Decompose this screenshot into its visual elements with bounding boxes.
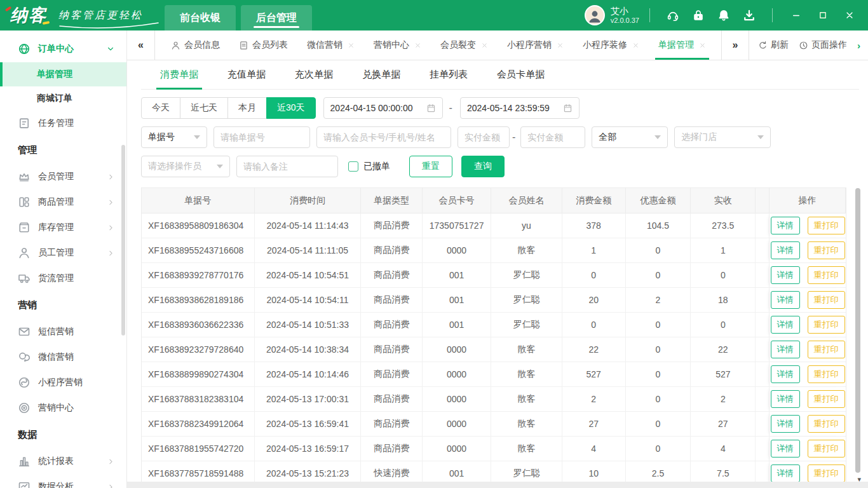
- sidebar-group-订单中心[interactable]: 订单中心: [0, 36, 126, 62]
- sidebar-item-短信营销[interactable]: 短信营销: [0, 319, 126, 344]
- reprint-button[interactable]: 重打印: [808, 266, 845, 284]
- reprint-button[interactable]: 重打印: [808, 291, 845, 309]
- quick-range-button[interactable]: 近30天: [266, 97, 316, 119]
- detail-button[interactable]: 详情: [771, 291, 800, 309]
- sidebar-item-库存管理[interactable]: 库存管理: [0, 215, 126, 240]
- bell-icon[interactable]: [711, 9, 736, 22]
- sidebar-subitem-商城订单[interactable]: 商城订单: [0, 86, 126, 111]
- calendar-icon: [426, 104, 436, 113]
- table-row: XF168389386281891862024-05-14 10:54:11商品…: [142, 288, 846, 313]
- sidebar-item-货流管理[interactable]: 货流管理: [0, 266, 126, 291]
- tab-close-icon[interactable]: [557, 42, 564, 49]
- user-info[interactable]: 艾小 v2.0.0.37: [585, 5, 639, 25]
- reprint-button[interactable]: 重打印: [808, 390, 845, 408]
- sidebar-item-label: 短信营销: [38, 326, 74, 337]
- workspace-tab[interactable]: 营销中心: [364, 30, 431, 60]
- store-select[interactable]: 选择门店: [674, 126, 771, 148]
- reset-button[interactable]: 重置: [409, 156, 452, 177]
- header-nav-tab[interactable]: 前台收银: [165, 5, 236, 30]
- workspace-tab[interactable]: 单据管理: [649, 30, 715, 60]
- download-icon[interactable]: [736, 9, 762, 22]
- workspace-tab[interactable]: 会员列表: [229, 30, 297, 60]
- sidebar-item-商品管理[interactable]: 商品管理: [0, 189, 126, 215]
- workspace-tab[interactable]: 小程序装修: [573, 30, 649, 60]
- subtab-挂单列表[interactable]: 挂单列表: [430, 60, 468, 89]
- workspace-tab[interactable]: 微信营销: [297, 30, 364, 60]
- horizontal-scrollbar-track[interactable]: [127, 482, 868, 488]
- detail-button[interactable]: 详情: [771, 217, 800, 234]
- reprint-button[interactable]: 重打印: [808, 241, 845, 259]
- remark-input[interactable]: [236, 156, 338, 177]
- refresh-button[interactable]: 刷新: [758, 39, 789, 51]
- sidebar-item-统计报表[interactable]: 统计报表: [0, 449, 126, 474]
- service-icon[interactable]: [660, 9, 686, 22]
- detail-button[interactable]: 详情: [771, 415, 800, 433]
- tab-close-icon[interactable]: [481, 42, 488, 49]
- vertical-scrollbar[interactable]: [855, 188, 860, 473]
- reprint-button[interactable]: 重打印: [808, 217, 845, 234]
- subtab-消费单据[interactable]: 消费单据: [160, 60, 198, 89]
- tab-close-icon[interactable]: [348, 42, 355, 49]
- reprint-button[interactable]: 重打印: [808, 415, 845, 433]
- clock-icon: [799, 41, 808, 50]
- page-operations-button[interactable]: 页面操作: [799, 39, 847, 51]
- detail-button[interactable]: 详情: [771, 266, 800, 284]
- chevron-right-icon[interactable]: ›: [857, 40, 860, 51]
- detail-button[interactable]: 详情: [771, 365, 800, 383]
- detail-button[interactable]: 详情: [771, 241, 800, 259]
- tabs-expand-button[interactable]: »: [721, 30, 749, 60]
- detail-button[interactable]: 详情: [771, 440, 800, 458]
- reprint-button[interactable]: 重打印: [808, 341, 845, 358]
- subtab-充值单据[interactable]: 充值单据: [227, 60, 266, 89]
- search-button[interactable]: 查询: [461, 156, 505, 177]
- lock-icon[interactable]: [686, 9, 711, 22]
- reprint-button[interactable]: 重打印: [808, 440, 845, 458]
- amount-max-input[interactable]: [520, 126, 585, 148]
- amount-min-input[interactable]: [458, 126, 510, 148]
- reprint-button[interactable]: 重打印: [808, 365, 845, 383]
- quick-range-button[interactable]: 近七天: [180, 97, 228, 119]
- chevron-down-icon: [217, 165, 223, 168]
- member-search-input[interactable]: [316, 126, 451, 148]
- reprint-button[interactable]: 重打印: [808, 464, 845, 482]
- sidebar-item-会员管理[interactable]: 会员管理: [0, 164, 126, 189]
- close-button[interactable]: [836, 11, 863, 20]
- sidebar-item-任务管理[interactable]: 任务管理: [0, 111, 126, 136]
- sidebar-subitem-单据管理[interactable]: 单据管理: [0, 62, 126, 86]
- sidebar-item-小程序营销[interactable]: 小程序营销: [0, 370, 126, 395]
- tab-close-icon[interactable]: [632, 42, 639, 49]
- bill-subtabs: 消费单据充值单据充次单据兑换单据挂单列表会员卡单据: [141, 60, 859, 90]
- sidebar-item-员工管理[interactable]: 员工管理: [0, 240, 126, 266]
- cancelled-checkbox[interactable]: [348, 161, 358, 172]
- workspace-tab[interactable]: 小程序营销: [498, 30, 573, 60]
- sidebar-item-营销中心[interactable]: 营销中心: [0, 395, 126, 421]
- subtab-兑换单据[interactable]: 兑换单据: [362, 60, 400, 89]
- workspace-tab[interactable]: 会员信息: [161, 30, 229, 60]
- bill-no-input[interactable]: [214, 126, 310, 148]
- sidebar-item-数据分析[interactable]: 数据分析: [0, 474, 126, 488]
- detail-button[interactable]: 详情: [771, 341, 800, 358]
- tab-close-icon[interactable]: [414, 42, 421, 49]
- minimize-button[interactable]: [783, 11, 810, 20]
- sidebar-scrollbar[interactable]: [121, 145, 125, 336]
- detail-button[interactable]: 详情: [771, 316, 800, 334]
- operator-select[interactable]: 请选择操作员: [141, 156, 230, 177]
- date-to-input[interactable]: 2024-05-14 23:59:59: [460, 97, 580, 119]
- tab-close-icon[interactable]: [699, 42, 706, 49]
- detail-button[interactable]: 详情: [771, 390, 800, 408]
- sidebar-item-微信营销[interactable]: 微信营销: [0, 344, 126, 370]
- header-nav-tab[interactable]: 后台管理: [241, 5, 312, 30]
- detail-button[interactable]: 详情: [771, 464, 800, 482]
- type-select[interactable]: 全部: [592, 126, 668, 148]
- cell-spacer: [756, 263, 770, 288]
- date-from-input[interactable]: 2024-04-15 00:00:00: [323, 97, 443, 119]
- quick-range-button[interactable]: 今天: [141, 97, 180, 119]
- workspace-tab[interactable]: 会员裂变: [431, 30, 498, 60]
- subtab-充次单据[interactable]: 充次单据: [295, 60, 333, 89]
- maximize-button[interactable]: [810, 11, 836, 20]
- bill-field-select[interactable]: 单据号: [141, 126, 207, 148]
- subtab-会员卡单据[interactable]: 会员卡单据: [497, 60, 545, 89]
- reprint-button[interactable]: 重打印: [808, 316, 845, 334]
- quick-range-button[interactable]: 本月: [227, 97, 267, 119]
- tabs-collapse-button[interactable]: «: [127, 30, 155, 60]
